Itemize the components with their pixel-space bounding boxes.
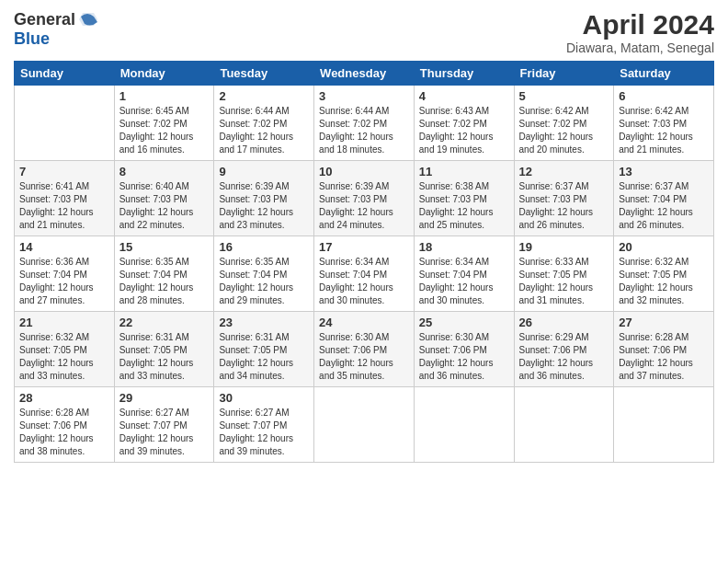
day-number: 21: [19, 316, 109, 329]
table-row: 27Sunrise: 6:28 AM Sunset: 7:06 PM Dayli…: [614, 312, 714, 387]
day-detail: Sunrise: 6:34 AM Sunset: 7:04 PM Dayligh…: [419, 256, 509, 307]
table-row: 16Sunrise: 6:35 AM Sunset: 7:04 PM Dayli…: [214, 236, 314, 312]
day-number: 29: [119, 391, 210, 405]
table-row: 11Sunrise: 6:38 AM Sunset: 7:03 PM Dayli…: [414, 161, 514, 236]
day-detail: Sunrise: 6:45 AM Sunset: 7:02 PM Dayligh…: [119, 105, 210, 156]
day-detail: Sunrise: 6:31 AM Sunset: 7:05 PM Dayligh…: [219, 331, 309, 383]
day-detail: Sunrise: 6:39 AM Sunset: 7:03 PM Dayligh…: [219, 180, 309, 232]
calendar-table: Sunday Monday Tuesday Wednesday Thursday…: [14, 61, 714, 463]
table-row: 20Sunrise: 6:32 AM Sunset: 7:05 PM Dayli…: [614, 236, 714, 312]
day-number: 6: [619, 89, 709, 103]
table-row: 22Sunrise: 6:31 AM Sunset: 7:05 PM Dayli…: [114, 312, 214, 387]
day-detail: Sunrise: 6:35 AM Sunset: 7:04 PM Dayligh…: [119, 256, 210, 307]
day-number: 12: [519, 165, 609, 178]
day-detail: Sunrise: 6:33 AM Sunset: 7:05 PM Dayligh…: [519, 256, 609, 307]
day-number: 20: [619, 240, 709, 254]
title-block: April 2024 Diawara, Matam, Senegal: [566, 9, 714, 55]
month-title: April 2024: [566, 9, 714, 40]
table-row: 10Sunrise: 6:39 AM Sunset: 7:03 PM Dayli…: [314, 161, 415, 236]
calendar-week-row: 1Sunrise: 6:45 AM Sunset: 7:02 PM Daylig…: [15, 86, 714, 161]
table-row: 25Sunrise: 6:30 AM Sunset: 7:06 PM Dayli…: [414, 312, 514, 387]
table-row: 7Sunrise: 6:41 AM Sunset: 7:03 PM Daylig…: [15, 161, 115, 236]
day-detail: Sunrise: 6:27 AM Sunset: 7:07 PM Dayligh…: [119, 407, 210, 458]
day-number: 30: [219, 391, 309, 405]
logo-general: General: [14, 10, 75, 29]
table-row: [314, 387, 415, 463]
header-wednesday: Wednesday: [314, 62, 415, 86]
day-number: 22: [119, 316, 210, 329]
day-number: 18: [419, 240, 509, 254]
day-detail: Sunrise: 6:36 AM Sunset: 7:04 PM Dayligh…: [19, 256, 109, 307]
table-row: 24Sunrise: 6:30 AM Sunset: 7:06 PM Dayli…: [314, 312, 415, 387]
day-number: 27: [619, 316, 709, 329]
header-tuesday: Tuesday: [214, 62, 314, 86]
header-monday: Monday: [114, 62, 214, 86]
day-detail: Sunrise: 6:38 AM Sunset: 7:03 PM Dayligh…: [419, 180, 509, 232]
table-row: 30Sunrise: 6:27 AM Sunset: 7:07 PM Dayli…: [214, 387, 314, 463]
table-row: [514, 387, 614, 463]
header-saturday: Saturday: [614, 62, 714, 86]
table-row: 13Sunrise: 6:37 AM Sunset: 7:04 PM Dayli…: [614, 161, 714, 236]
day-detail: Sunrise: 6:37 AM Sunset: 7:03 PM Dayligh…: [519, 180, 609, 232]
logo-icon: [77, 9, 97, 29]
calendar-week-row: 7Sunrise: 6:41 AM Sunset: 7:03 PM Daylig…: [15, 161, 714, 236]
calendar-header-row: Sunday Monday Tuesday Wednesday Thursday…: [15, 62, 714, 86]
table-row: 23Sunrise: 6:31 AM Sunset: 7:05 PM Dayli…: [214, 312, 314, 387]
logo-blue: Blue: [14, 29, 50, 48]
table-row: 19Sunrise: 6:33 AM Sunset: 7:05 PM Dayli…: [514, 236, 614, 312]
day-number: 17: [319, 240, 409, 254]
day-number: 5: [519, 89, 609, 103]
day-number: 24: [319, 316, 409, 329]
day-number: 9: [219, 165, 309, 178]
day-detail: Sunrise: 6:42 AM Sunset: 7:02 PM Dayligh…: [519, 105, 609, 156]
day-number: 4: [419, 89, 509, 103]
day-detail: Sunrise: 6:28 AM Sunset: 7:06 PM Dayligh…: [19, 407, 109, 458]
page-container: General Blue April 2024 Diawara, Matam, …: [0, 0, 728, 472]
day-detail: Sunrise: 6:35 AM Sunset: 7:04 PM Dayligh…: [219, 256, 309, 307]
day-detail: Sunrise: 6:34 AM Sunset: 7:04 PM Dayligh…: [319, 256, 409, 307]
day-number: 7: [19, 165, 109, 178]
day-detail: Sunrise: 6:42 AM Sunset: 7:03 PM Dayligh…: [619, 105, 709, 156]
table-row: 9Sunrise: 6:39 AM Sunset: 7:03 PM Daylig…: [214, 161, 314, 236]
table-row: 4Sunrise: 6:43 AM Sunset: 7:02 PM Daylig…: [414, 86, 514, 161]
day-detail: Sunrise: 6:37 AM Sunset: 7:04 PM Dayligh…: [619, 180, 709, 232]
table-row: 15Sunrise: 6:35 AM Sunset: 7:04 PM Dayli…: [114, 236, 214, 312]
day-detail: Sunrise: 6:30 AM Sunset: 7:06 PM Dayligh…: [419, 331, 509, 383]
day-number: 11: [419, 165, 509, 178]
day-number: 15: [119, 240, 210, 254]
day-detail: Sunrise: 6:32 AM Sunset: 7:05 PM Dayligh…: [19, 331, 109, 383]
day-number: 23: [219, 316, 309, 329]
day-number: 1: [119, 89, 210, 103]
day-detail: Sunrise: 6:43 AM Sunset: 7:02 PM Dayligh…: [419, 105, 509, 156]
calendar-week-row: 21Sunrise: 6:32 AM Sunset: 7:05 PM Dayli…: [15, 312, 714, 387]
day-detail: Sunrise: 6:39 AM Sunset: 7:03 PM Dayligh…: [319, 180, 409, 232]
table-row: [614, 387, 714, 463]
day-detail: Sunrise: 6:44 AM Sunset: 7:02 PM Dayligh…: [319, 105, 409, 156]
table-row: 28Sunrise: 6:28 AM Sunset: 7:06 PM Dayli…: [15, 387, 115, 463]
table-row: 1Sunrise: 6:45 AM Sunset: 7:02 PM Daylig…: [114, 86, 214, 161]
day-number: 3: [319, 89, 409, 103]
table-row: 29Sunrise: 6:27 AM Sunset: 7:07 PM Dayli…: [114, 387, 214, 463]
table-row: 5Sunrise: 6:42 AM Sunset: 7:02 PM Daylig…: [514, 86, 614, 161]
calendar-week-row: 28Sunrise: 6:28 AM Sunset: 7:06 PM Dayli…: [15, 387, 714, 463]
day-number: 8: [119, 165, 210, 178]
header-friday: Friday: [514, 62, 614, 86]
table-row: 6Sunrise: 6:42 AM Sunset: 7:03 PM Daylig…: [614, 86, 714, 161]
header: General Blue April 2024 Diawara, Matam, …: [14, 9, 714, 55]
table-row: 2Sunrise: 6:44 AM Sunset: 7:02 PM Daylig…: [214, 86, 314, 161]
day-number: 16: [219, 240, 309, 254]
day-detail: Sunrise: 6:31 AM Sunset: 7:05 PM Dayligh…: [119, 331, 210, 383]
day-number: 13: [619, 165, 709, 178]
header-thursday: Thursday: [414, 62, 514, 86]
day-number: 28: [19, 391, 109, 405]
day-detail: Sunrise: 6:44 AM Sunset: 7:02 PM Dayligh…: [219, 105, 309, 156]
table-row: [414, 387, 514, 463]
table-row: 3Sunrise: 6:44 AM Sunset: 7:02 PM Daylig…: [314, 86, 415, 161]
day-detail: Sunrise: 6:40 AM Sunset: 7:03 PM Dayligh…: [119, 180, 210, 232]
day-number: 2: [219, 89, 309, 103]
day-detail: Sunrise: 6:29 AM Sunset: 7:06 PM Dayligh…: [519, 331, 609, 383]
day-detail: Sunrise: 6:32 AM Sunset: 7:05 PM Dayligh…: [619, 256, 709, 307]
calendar-week-row: 14Sunrise: 6:36 AM Sunset: 7:04 PM Dayli…: [15, 236, 714, 312]
day-detail: Sunrise: 6:28 AM Sunset: 7:06 PM Dayligh…: [619, 331, 709, 383]
day-detail: Sunrise: 6:30 AM Sunset: 7:06 PM Dayligh…: [319, 331, 409, 383]
